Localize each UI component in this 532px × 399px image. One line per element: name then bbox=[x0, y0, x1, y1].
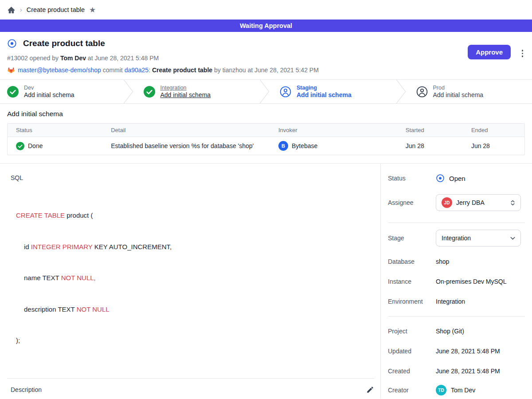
stage-task-label: Add initial schema bbox=[433, 91, 484, 98]
more-actions-icon[interactable] bbox=[520, 48, 525, 59]
stage-env-label: Integration bbox=[160, 85, 211, 91]
stage-label: Stage bbox=[388, 235, 436, 242]
invoker-avatar: B bbox=[278, 141, 288, 151]
sidebar-row-database: Database shop bbox=[388, 257, 525, 266]
main-column: SQL CREATE TABLE product ( id INTEGER PR… bbox=[0, 164, 380, 399]
commit-message: Create product table bbox=[152, 66, 212, 74]
sql-text: id bbox=[24, 243, 31, 250]
breadcrumb: › Create product table ★ bbox=[0, 0, 532, 20]
status-value: Open bbox=[449, 175, 466, 182]
issue-open-icon bbox=[7, 39, 17, 48]
issue-author: Tom Dev bbox=[60, 55, 86, 62]
task-section: Add initial schema Status Detail Invoker… bbox=[0, 104, 532, 163]
status-label: Status bbox=[388, 175, 436, 182]
task-started: Jun 28 bbox=[406, 142, 471, 149]
stage-separator-icon bbox=[123, 80, 134, 103]
stage-dev[interactable]: DevAdd initial schema bbox=[0, 80, 123, 103]
page-title: Create product table bbox=[23, 39, 105, 48]
database-value: shop bbox=[436, 258, 449, 265]
pipeline-stage-bar: DevAdd initial schema IntegrationAdd ini… bbox=[0, 79, 532, 104]
sql-text: product ( bbox=[65, 211, 93, 219]
commit-hash-link[interactable]: da90a25 bbox=[125, 66, 149, 74]
sidebar-row-status: Status Open bbox=[388, 173, 525, 183]
task-table-header: Status Detail Invoker Started Ended bbox=[8, 124, 524, 137]
task-table: Status Detail Invoker Started Ended Done… bbox=[7, 123, 525, 155]
divider bbox=[7, 378, 374, 379]
task-invoker: Bytebase bbox=[292, 142, 317, 149]
assignee-label: Assignee bbox=[388, 199, 436, 206]
task-status: Done bbox=[28, 142, 43, 149]
environment-value: Integration bbox=[436, 298, 465, 305]
commit-branch-link[interactable]: master@bytebase-demo/shop bbox=[18, 66, 101, 74]
stage-staging[interactable]: StagingAdd initial schema bbox=[270, 80, 396, 103]
instance-value: On-premises Dev MySQL bbox=[436, 278, 506, 285]
assignee-value: Jerry DBA bbox=[456, 199, 505, 206]
user-circle-icon bbox=[280, 86, 291, 98]
status-banner-text: Waiting Approval bbox=[240, 22, 292, 29]
sidebar-row-creator: Creator TDTom Dev bbox=[388, 385, 525, 395]
assignee-select[interactable]: JD Jerry DBA bbox=[436, 194, 521, 211]
stage-env-label: Staging bbox=[297, 85, 352, 91]
col-invoker: Invoker bbox=[278, 127, 406, 133]
home-icon[interactable] bbox=[7, 6, 16, 14]
divider bbox=[388, 223, 525, 223]
stage-value: Integration bbox=[442, 235, 505, 242]
stage-select[interactable]: Integration bbox=[436, 230, 521, 246]
sidebar: Status Open Assignee JD Jerry DBA Stage … bbox=[380, 164, 532, 399]
issue-meta: #13002 opened by Tom Dev at June 28, 202… bbox=[7, 55, 525, 62]
sql-label: SQL bbox=[11, 174, 374, 181]
sql-code-block: CREATE TABLE product ( id INTEGER PRIMAR… bbox=[11, 189, 374, 367]
sidebar-row-stage: Stage Integration bbox=[388, 230, 525, 246]
updated-value: June 28, 2021 5:48 PM bbox=[436, 348, 500, 355]
issue-meta-suffix: at June 28, 2021 5:48 PM bbox=[86, 55, 159, 62]
sql-keyword: CREATE TABLE bbox=[16, 211, 65, 219]
commit-suffix: by tianzhou at June 28, 2021 5:42 PM bbox=[212, 66, 319, 74]
environment-label: Environment bbox=[388, 298, 436, 305]
sidebar-row-assignee: Assignee JD Jerry DBA bbox=[388, 194, 525, 211]
breadcrumb-current[interactable]: Create product table bbox=[27, 6, 85, 13]
stage-task-label: Add initial schema bbox=[297, 91, 352, 98]
created-value: June 28, 2021 5:48 PM bbox=[436, 368, 500, 375]
stage-integration[interactable]: IntegrationAdd initial schema bbox=[134, 80, 260, 103]
table-row[interactable]: Done Established baseline version %s for… bbox=[8, 137, 524, 155]
task-section-title: Add initial schema bbox=[7, 110, 525, 118]
creator-avatar: TD bbox=[436, 385, 446, 395]
favorite-star-icon[interactable]: ★ bbox=[89, 6, 96, 14]
project-label: Project bbox=[388, 328, 436, 335]
check-circle-icon bbox=[7, 86, 19, 98]
sidebar-row-project: Project Shop (Git) bbox=[388, 326, 525, 336]
creator-label: Creator bbox=[388, 387, 436, 394]
stage-task-label: Add initial schema bbox=[160, 91, 211, 98]
col-ended: Ended bbox=[471, 127, 524, 133]
sidebar-row-updated: Updated June 28, 2021 5:48 PM bbox=[388, 346, 525, 356]
col-status: Status bbox=[8, 127, 111, 133]
created-label: Created bbox=[388, 368, 436, 375]
sql-keyword: NOT NULL, bbox=[61, 274, 96, 282]
stage-separator-icon bbox=[259, 80, 270, 103]
divider bbox=[388, 316, 525, 317]
stage-separator-icon bbox=[396, 80, 407, 103]
issue-open-icon bbox=[436, 174, 445, 183]
stage-env-label: Prod bbox=[433, 85, 484, 91]
commit-colon: : bbox=[149, 66, 152, 74]
commit-line: master@bytebase-demo/shop commit da90a25… bbox=[7, 66, 525, 74]
stage-prod[interactable]: ProdAdd initial schema bbox=[407, 80, 532, 103]
approve-button[interactable]: Approve bbox=[468, 45, 511, 59]
database-label: Database bbox=[388, 258, 436, 265]
assignee-avatar: JD bbox=[442, 197, 452, 208]
check-circle-icon bbox=[16, 142, 24, 150]
stage-task-label: Add initial schema bbox=[24, 91, 74, 98]
sql-text: description TEXT bbox=[24, 305, 77, 313]
updated-label: Updated bbox=[388, 348, 436, 355]
check-circle-icon bbox=[144, 86, 155, 98]
status-banner: Waiting Approval bbox=[0, 20, 532, 32]
task-detail: Established baseline version %s for data… bbox=[111, 142, 278, 149]
edit-pencil-icon[interactable] bbox=[366, 386, 374, 394]
sql-text: ); bbox=[16, 336, 20, 344]
gitlab-icon bbox=[7, 66, 15, 74]
creator-value: Tom Dev bbox=[451, 387, 475, 394]
col-detail: Detail bbox=[111, 127, 278, 133]
instance-label: Instance bbox=[388, 278, 436, 285]
project-value: Shop (Git) bbox=[436, 328, 464, 335]
chevron-down-icon bbox=[509, 235, 516, 242]
